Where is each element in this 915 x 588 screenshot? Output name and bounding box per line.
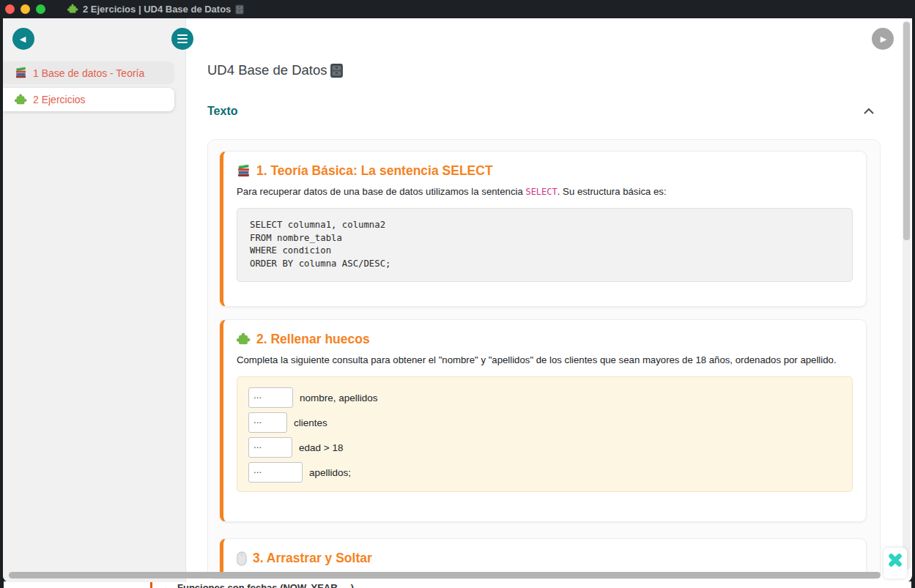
page-title: UD4 Base de Datos [207, 62, 343, 78]
vertical-scrollbar-thumb[interactable] [903, 22, 910, 240]
texto-section-header[interactable]: Texto [207, 105, 881, 118]
app-window: ◀ ▶ 1 Base de datos - Teoría 2 Ejercicio… [3, 18, 912, 582]
gap-exercise-box: nombre, apellidos clientes edad > 18 ape… [237, 376, 853, 492]
horizontal-scrollbar-track[interactable] [9, 572, 881, 578]
chevron-up-icon[interactable] [863, 108, 875, 115]
sql-code-block: SELECT columna1, columna2 FROM nombre_ta… [237, 208, 853, 282]
sidebar-item-base-de-datos-teoria[interactable]: 1 Base de datos - Teoría [3, 62, 174, 84]
gap-input-from[interactable] [248, 412, 287, 433]
content-panel: 1. Teoría Básica: La sentencia SELECT Pa… [207, 139, 881, 579]
mouse-icon [237, 551, 247, 566]
window-title-text: 2 Ejercicios | UD4 Base de Datos [83, 4, 231, 15]
exelearning-logo [883, 548, 907, 578]
card-title-text: 1. Teoría Básica: La sentencia SELECT [256, 163, 493, 179]
background-window-strip: → Funciones con fechas (NOW, YEAR, ...) [4, 581, 911, 588]
card-title: 1. Teoría Básica: La sentencia SELECT [237, 163, 853, 179]
gap-label: clientes [294, 417, 327, 428]
titlebar: 2 Ejercicios | UD4 Base de Datos [0, 0, 915, 18]
page-title-text: UD4 Base de Datos [207, 62, 327, 78]
books-icon [15, 67, 27, 79]
gap-row: apellidos; [248, 462, 841, 483]
blockquote-border [150, 581, 152, 588]
gap-input-select[interactable] [248, 387, 293, 408]
card-teoria-select: 1. Teoría Básica: La sentencia SELECT Pa… [220, 151, 867, 307]
card-title: 2. Rellenar huecos [237, 332, 853, 347]
background-window-text: Funciones con fechas (NOW, YEAR, ...) [177, 582, 354, 588]
code-line: ORDER BY columna ASC/DESC; [250, 258, 840, 271]
back-button[interactable]: ◀ [12, 28, 34, 50]
file-cabinet-icon [235, 4, 244, 15]
file-cabinet-icon [330, 64, 343, 78]
close-button[interactable] [5, 4, 15, 14]
puzzle-icon [67, 4, 78, 15]
card-rellenar-huecos: 2. Rellenar huecos Completa la siguiente… [220, 319, 867, 522]
next-button[interactable]: ▶ [872, 28, 894, 50]
next-arrow-icon: ▶ [881, 34, 886, 44]
vertical-scrollbar-track[interactable] [903, 21, 911, 570]
back-arrow-icon: ◀ [20, 34, 26, 44]
gap-row: clientes [248, 412, 841, 433]
gap-label: nombre, apellidos [300, 392, 378, 403]
minimize-button[interactable] [21, 4, 30, 14]
gap-label: edad > 18 [299, 442, 343, 453]
sidebar-item-label: 1 Base de datos - Teoría [33, 67, 144, 79]
puzzle-icon [15, 94, 27, 106]
code-line: WHERE condicion [250, 245, 840, 258]
gap-row: edad > 18 [248, 437, 841, 458]
inline-code-select: SELECT [525, 187, 557, 197]
card-intro: Para recuperar datos de una base de dato… [237, 186, 853, 197]
code-line: FROM nombre_tabla [250, 232, 840, 245]
card-intro: Completa la siguiente consulta para obte… [237, 354, 853, 365]
fullscreen-button[interactable] [36, 4, 45, 14]
card-title: 3. Arrastrar y Soltar [237, 551, 853, 566]
hamburger-icon [177, 34, 188, 36]
sidebar-item-ejercicios[interactable]: 2 Ejercicios [3, 88, 174, 111]
traffic-lights [5, 4, 45, 14]
puzzle-icon [237, 332, 251, 346]
arrow-right-icon: → [160, 582, 169, 588]
gap-input-where[interactable] [248, 437, 292, 458]
texto-section-title: Texto [207, 105, 237, 118]
card-title-text: 3. Arrastrar y Soltar [253, 551, 372, 566]
card-title-text: 2. Rellenar huecos [256, 332, 370, 347]
code-line: SELECT columna1, columna2 [250, 219, 840, 232]
exe-x-icon [887, 552, 903, 568]
menu-button[interactable] [171, 28, 193, 50]
gap-row: nombre, apellidos [248, 387, 841, 408]
sidebar-item-label: 2 Ejercicios [33, 94, 86, 105]
gap-input-orderby[interactable] [248, 462, 303, 483]
books-icon [237, 164, 251, 178]
gap-label: apellidos; [309, 467, 351, 478]
horizontal-scrollbar-thumb[interactable] [9, 572, 881, 578]
window-title: 2 Ejercicios | UD4 Base de Datos [67, 4, 244, 15]
